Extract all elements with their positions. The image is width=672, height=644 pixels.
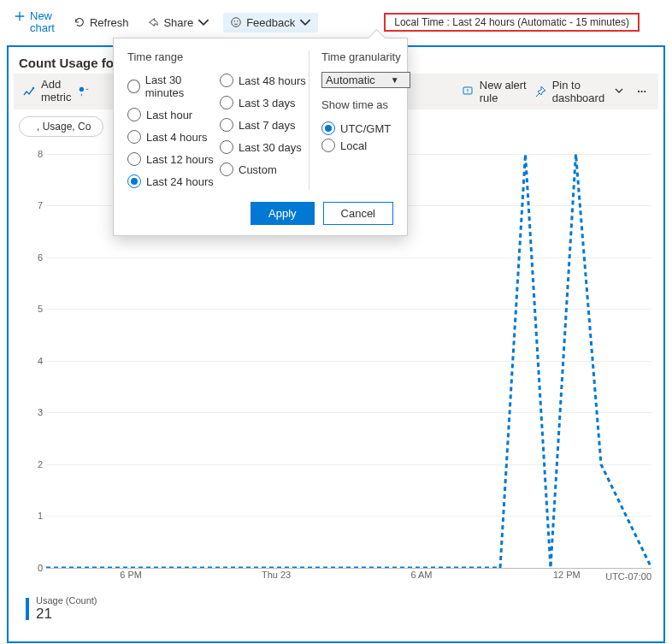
radio-icon [127, 152, 141, 166]
radio-label: Last 48 hours [239, 74, 306, 87]
chevron-down-icon [197, 16, 209, 28]
x-tick: Thu 23 [262, 570, 291, 580]
panel-more-chevron[interactable] [611, 85, 627, 97]
chart-legend: Usage (Count) 21 [26, 595, 97, 623]
metric-chip[interactable]: , Usage, Co [19, 116, 103, 137]
smile-icon [230, 16, 242, 28]
x-tick: 6 PM [120, 570, 142, 580]
time-range-option[interactable]: Last 24 hours [127, 173, 216, 190]
share-label: Share [163, 16, 193, 29]
radio-label: Last 7 days [239, 119, 296, 132]
refresh-button[interactable]: Refresh [68, 13, 134, 32]
radio-icon [220, 162, 233, 176]
panel-overflow-button[interactable]: ··· [634, 85, 650, 97]
radio-icon [321, 139, 335, 152]
new-alert-rule-button[interactable]: New alertrule [461, 79, 527, 104]
alert-icon [461, 85, 475, 98]
x-tick: 12 PM [553, 570, 581, 580]
refresh-label: Refresh [90, 16, 129, 29]
granularity-column: Time granularity Automatic ▼ Show time a… [309, 50, 410, 190]
new-chart-l1: New [30, 9, 52, 22]
legend-series-label: Usage (Count) [36, 595, 97, 606]
time-range-option[interactable]: Last 4 hours [127, 128, 216, 145]
y-tick: 2 [38, 459, 43, 470]
y-axis: 012345678 [21, 144, 46, 568]
svg-point-2 [237, 21, 238, 21]
add-metric-icon [22, 85, 36, 98]
svg-point-0 [232, 18, 241, 27]
radio-label: Last 3 days [239, 97, 296, 109]
radio-icon [127, 108, 141, 121]
granularity-label: Time granularity [321, 50, 410, 63]
plus-icon [14, 10, 26, 22]
dropdown-triangle-icon: ▼ [391, 75, 399, 85]
radio-icon [220, 118, 233, 132]
y-tick: 3 [38, 407, 43, 417]
cancel-button[interactable]: Cancel [323, 202, 393, 225]
y-tick: 4 [38, 356, 43, 366]
time-range-option[interactable]: UTC/GMT [321, 120, 410, 137]
share-button[interactable]: Share [142, 13, 215, 32]
chevron-down-icon [615, 86, 623, 95]
radio-label: Last 30 minutes [145, 74, 216, 99]
apply-button[interactable]: Apply [251, 202, 315, 225]
feedback-button[interactable]: Feedback [223, 13, 318, 32]
show-time-label: Show time as [321, 98, 410, 111]
new-chart-button[interactable]: Newchart [9, 7, 60, 38]
y-tick: 7 [38, 200, 43, 210]
svg-point-3 [32, 86, 34, 88]
svg-point-1 [234, 21, 235, 21]
radio-label: Last 24 hours [146, 175, 214, 188]
time-range-option[interactable]: Custom [220, 161, 309, 178]
add-filter-icon[interactable] [78, 86, 90, 97]
y-tick: 1 [38, 511, 43, 521]
y-tick: 0 [38, 563, 43, 573]
y-tick: 6 [38, 252, 43, 263]
time-range-option[interactable]: Last hour [127, 106, 216, 123]
time-range-option[interactable]: Local [321, 137, 410, 154]
radio-icon [220, 74, 233, 87]
radio-label: UTC/GMT [340, 122, 391, 135]
top-toolbar: Newchart Refresh Share Feedback Local Ti… [3, 3, 669, 42]
svg-point-4 [80, 86, 84, 91]
radio-icon [321, 121, 335, 135]
time-range-column: Time range Last 30 minutesLast hourLast … [127, 50, 309, 190]
x-tick: 6 AM [410, 570, 432, 580]
time-range-label: Time range [127, 50, 309, 63]
granularity-value: Automatic [326, 74, 375, 86]
radio-label: Last 30 days [239, 141, 302, 154]
time-range-option[interactable]: Last 30 minutes [127, 72, 216, 101]
radio-icon [220, 140, 233, 154]
time-range-text: Local Time : Last 24 hours (Automatic - … [394, 16, 629, 28]
radio-label: Last hour [146, 109, 192, 121]
chevron-down-icon [299, 16, 311, 28]
radio-icon [127, 130, 141, 144]
time-range-option[interactable]: Last 48 hours [220, 72, 309, 89]
range-left: Last 30 minutesLast hourLast 4 hoursLast… [127, 72, 216, 190]
radio-label: Last 4 hours [146, 131, 208, 144]
range-right: Last 48 hoursLast 3 daysLast 7 daysLast … [220, 72, 309, 190]
share-icon [147, 16, 159, 28]
radio-label: Last 12 hours [146, 153, 214, 166]
legend-series-value: 21 [36, 606, 97, 623]
radio-icon [220, 96, 233, 109]
add-metric-button[interactable]: Addmetric [22, 79, 71, 103]
time-range-option[interactable]: Last 7 days [220, 116, 309, 133]
time-range-option[interactable]: Last 30 days [220, 139, 309, 156]
time-range-pill[interactable]: Local Time : Last 24 hours (Automatic - … [384, 13, 640, 32]
x-axis: 6 PMThu 236 AM12 PM [46, 570, 651, 582]
radio-label: Local [340, 139, 367, 152]
pin-icon [533, 85, 547, 98]
time-range-option[interactable]: Last 3 days [220, 94, 309, 111]
time-range-option[interactable]: Last 12 hours [127, 151, 216, 168]
radio-icon [127, 80, 140, 93]
radio-icon [127, 174, 141, 188]
refresh-icon [74, 16, 85, 28]
feedback-label: Feedback [246, 16, 295, 29]
y-tick: 8 [38, 149, 43, 159]
timezone-label: UTC-07:00 [605, 571, 651, 582]
granularity-select[interactable]: Automatic ▼ [321, 72, 410, 88]
pin-to-dashboard-button[interactable]: Pin todashboard [533, 79, 604, 104]
new-chart-l2: chart [30, 21, 55, 34]
legend-color-swatch [26, 598, 29, 620]
